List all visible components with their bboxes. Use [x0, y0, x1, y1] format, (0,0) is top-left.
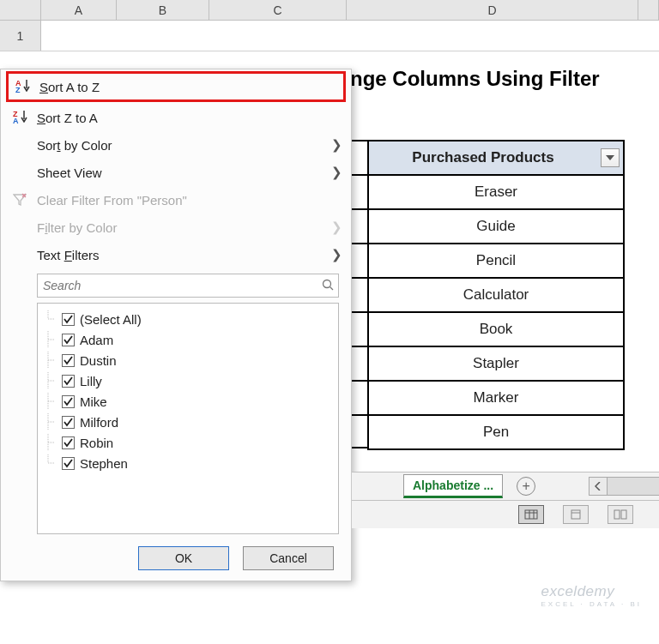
- sheet-tab-strip: Alphabetize ... +: [352, 472, 659, 501]
- col-header-b[interactable]: B: [117, 0, 209, 20]
- watermark-name: exceldemy: [541, 583, 614, 599]
- checkbox-icon[interactable]: [62, 375, 75, 388]
- table-row[interactable]: Book: [368, 312, 624, 346]
- filter-search-box[interactable]: [37, 274, 339, 298]
- col-header-c[interactable]: C: [209, 0, 347, 20]
- bottom-bar: Alphabetize ... +: [352, 472, 659, 532]
- sheet-view-label: Sheet View: [37, 166, 331, 180]
- status-bar: [352, 501, 659, 528]
- sort-z-to-a[interactable]: ZA Sort Z to A: [1, 104, 351, 131]
- filter-item[interactable]: Mike: [45, 391, 331, 412]
- products-header-label: Purchased Products: [412, 149, 553, 166]
- filter-by-color: Filter by Color ❯: [1, 214, 351, 241]
- chevron-right-icon: ❯: [331, 137, 342, 153]
- normal-view-button[interactable]: [518, 505, 544, 524]
- scroll-left-button[interactable]: [589, 477, 608, 496]
- svg-rect-2: [571, 510, 580, 519]
- clear-filter-label: Clear Filter From "Person": [37, 193, 342, 208]
- table-row[interactable]: Marker: [368, 381, 624, 415]
- checkbox-icon[interactable]: [62, 457, 75, 470]
- filter-item[interactable]: Dustin: [45, 350, 331, 370]
- checkbox-icon[interactable]: [62, 416, 75, 429]
- filter-item-label: (Select All): [80, 312, 142, 327]
- dialog-buttons: OK Cancel: [1, 534, 351, 572]
- filter-item[interactable]: Lilly: [45, 370, 331, 391]
- chevron-right-icon: ❯: [331, 165, 342, 180]
- page-title: nge Columns Using Filter: [350, 67, 600, 91]
- table-row[interactable]: Pen: [368, 415, 624, 449]
- svg-point-0: [323, 280, 331, 287]
- row-header-1[interactable]: 1: [0, 21, 41, 51]
- filter-item[interactable]: Stephen: [45, 453, 331, 473]
- watermark-sub: EXCEL · DATA · BI: [541, 600, 642, 608]
- filter-item-label: Dustin: [80, 353, 117, 368]
- col-header-d[interactable]: D: [347, 0, 638, 20]
- ok-button[interactable]: OK: [138, 546, 229, 570]
- filter-button-products[interactable]: [601, 148, 620, 167]
- watermark: exceldemy EXCEL · DATA · BI: [541, 583, 642, 608]
- text-filters-label: Text Filters: [37, 248, 331, 262]
- checkbox-icon[interactable]: [62, 354, 75, 367]
- partial-left-column: [350, 140, 367, 452]
- svg-rect-1: [525, 510, 537, 519]
- checkbox-icon[interactable]: [62, 313, 75, 326]
- table-row[interactable]: Guide: [368, 209, 624, 244]
- filter-item-label: Mike: [80, 394, 107, 409]
- products-table: Purchased Products Eraser Guide Pencil C…: [367, 140, 625, 450]
- sort-a-to-z[interactable]: AZ Sort A to Z: [6, 71, 346, 102]
- svg-rect-3: [614, 510, 620, 519]
- table-row[interactable]: Eraser: [368, 175, 624, 209]
- tree-connector-icon: [45, 372, 62, 389]
- sort-by-color[interactable]: Sort by Color ❯: [1, 131, 351, 159]
- page-break-view-button[interactable]: [608, 505, 633, 524]
- tree-connector-icon: [45, 413, 62, 430]
- chevron-down-icon: [606, 155, 614, 160]
- text-filters[interactable]: Text Filters ❯: [1, 241, 351, 268]
- table-row[interactable]: Stapler: [368, 346, 624, 381]
- sort-az-icon: AZ: [15, 80, 39, 94]
- new-sheet-button[interactable]: +: [517, 477, 535, 496]
- filter-item[interactable]: Robin: [45, 432, 331, 453]
- table-row[interactable]: Pencil: [368, 244, 624, 278]
- filter-values-list[interactable]: (Select All) Adam Dustin Lilly Mike Milf…: [37, 303, 339, 534]
- filter-item-select-all[interactable]: (Select All): [45, 309, 331, 329]
- chevron-right-icon: ❯: [331, 220, 342, 235]
- checkbox-icon[interactable]: [62, 436, 75, 449]
- filter-by-color-label: Filter by Color: [37, 220, 331, 235]
- svg-rect-4: [621, 510, 626, 519]
- filter-item-label: Robin: [80, 436, 113, 450]
- clear-filter: Clear Filter From "Person": [1, 186, 351, 214]
- filter-item[interactable]: Adam: [45, 329, 331, 350]
- filter-item-label: Adam: [80, 333, 113, 347]
- tree-connector-icon: [45, 310, 62, 328]
- clear-filter-icon: [13, 193, 37, 207]
- sort-by-color-label: Sort by Color: [37, 138, 331, 153]
- search-icon: [317, 279, 338, 293]
- select-all-corner[interactable]: [0, 0, 41, 20]
- products-header: Purchased Products: [368, 141, 624, 175]
- sort-az-label: Sort A to Z: [39, 80, 335, 94]
- sort-za-label: Sort Z to A: [37, 111, 342, 125]
- tree-connector-icon: [45, 331, 62, 348]
- col-header-e[interactable]: [638, 0, 659, 20]
- tree-connector-icon: [45, 454, 62, 472]
- table-row[interactable]: Calculator: [368, 278, 624, 312]
- filter-item[interactable]: Milford: [45, 412, 331, 432]
- tree-connector-icon: [45, 393, 62, 410]
- col-header-a[interactable]: A: [41, 0, 117, 20]
- cancel-button[interactable]: Cancel: [243, 546, 334, 570]
- filter-item-label: Lilly: [80, 374, 102, 388]
- page-layout-view-button[interactable]: [563, 505, 589, 524]
- search-input[interactable]: [38, 279, 317, 292]
- sheet-tab-active[interactable]: Alphabetize ...: [403, 474, 503, 498]
- tree-connector-icon: [45, 434, 62, 451]
- checkbox-icon[interactable]: [62, 334, 75, 346]
- checkbox-icon[interactable]: [62, 395, 75, 408]
- sheet-view[interactable]: Sheet View ❯: [1, 159, 351, 186]
- column-headers: A B C D: [0, 0, 659, 21]
- horizontal-scrollbar[interactable]: [589, 475, 659, 497]
- autofilter-dropdown: AZ Sort A to Z ZA Sort Z to A Sort by Co…: [0, 69, 352, 581]
- filter-item-label: Milford: [80, 415, 118, 430]
- filter-item-label: Stephen: [80, 456, 128, 471]
- tree-connector-icon: [45, 352, 62, 369]
